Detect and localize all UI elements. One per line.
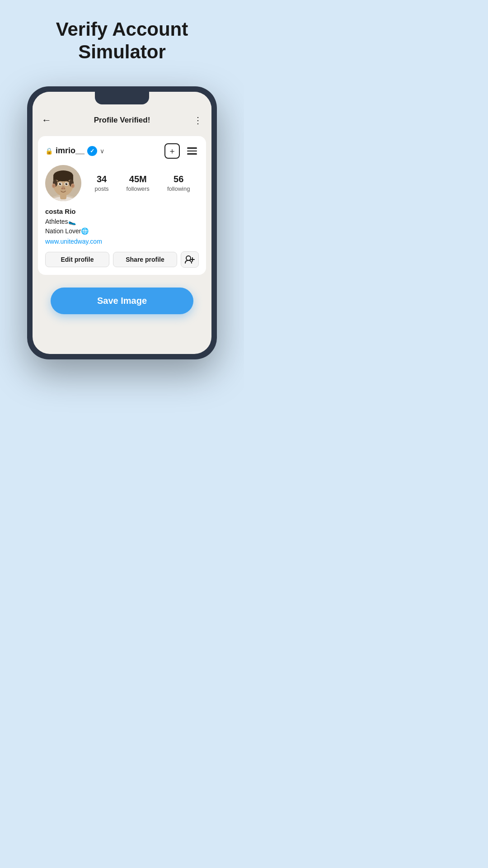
svg-point-16	[59, 183, 61, 185]
share-profile-button[interactable]: Share profile	[113, 252, 177, 267]
stats-container: 34 posts 45M followers 56 following	[86, 174, 199, 192]
profile-card: 🔒 imrio__ ✓ ∨ ＋	[38, 136, 206, 275]
page-title: Verify Account Simulator	[56, 18, 188, 64]
add-person-button[interactable]	[181, 251, 199, 268]
svg-point-23	[61, 190, 61, 190]
dropdown-arrow-icon[interactable]: ∨	[100, 147, 104, 155]
svg-point-22	[64, 188, 66, 189]
followers-count: 45M	[129, 174, 147, 184]
svg-point-26	[65, 190, 66, 190]
save-image-section: Save Image	[33, 278, 211, 328]
lock-icon: 🔒	[45, 147, 53, 155]
svg-point-27	[61, 191, 61, 192]
following-label: following	[167, 185, 190, 192]
phone-mockup: ← Profile Verified! ⋮ 🔒 imrio__ ✓ ∨ ＋	[27, 86, 217, 359]
phone-screen: ← Profile Verified! ⋮ 🔒 imrio__ ✓ ∨ ＋	[33, 92, 211, 354]
followers-label: followers	[127, 185, 150, 192]
username-text: imrio__	[56, 146, 84, 156]
more-options-button[interactable]: ⋮	[186, 115, 202, 126]
svg-point-5	[53, 170, 73, 181]
screen-title: Profile Verified!	[94, 116, 150, 125]
username-left: 🔒 imrio__ ✓ ∨	[45, 146, 104, 156]
verified-badge: ✓	[87, 146, 97, 156]
stat-posts[interactable]: 34 posts	[95, 174, 109, 192]
following-count: 56	[174, 174, 183, 184]
bio-name: costa Rio	[45, 208, 199, 215]
bio-link[interactable]: www.unitedway.com	[45, 238, 199, 245]
bio-section: costa Rio Athletes🥿 Nation Lover🌐 www.un…	[45, 208, 199, 245]
menu-line-1	[187, 147, 197, 149]
bio-line2: Nation Lover🌐	[45, 226, 199, 236]
svg-point-24	[62, 190, 62, 191]
svg-point-29	[186, 256, 191, 260]
svg-point-28	[65, 191, 65, 192]
avatar	[45, 165, 81, 201]
add-post-button[interactable]: ＋	[164, 143, 180, 159]
bio-line1: Athletes🥿	[45, 217, 199, 226]
svg-point-21	[61, 188, 63, 189]
stat-following[interactable]: 56 following	[167, 174, 190, 192]
svg-point-17	[66, 183, 68, 185]
hamburger-menu-button[interactable]	[185, 146, 199, 156]
action-buttons: Edit profile Share profile	[45, 251, 199, 268]
svg-point-18	[60, 183, 61, 184]
edit-profile-button[interactable]: Edit profile	[45, 252, 109, 267]
svg-point-19	[66, 183, 67, 184]
save-image-button[interactable]: Save Image	[51, 288, 193, 314]
phone-notch	[95, 92, 149, 104]
back-button[interactable]: ←	[42, 114, 58, 126]
svg-point-12	[53, 184, 55, 187]
posts-label: posts	[95, 185, 109, 192]
username-right: ＋	[164, 143, 199, 159]
menu-line-3	[187, 153, 197, 155]
menu-line-2	[187, 151, 197, 152]
username-row: 🔒 imrio__ ✓ ∨ ＋	[45, 143, 199, 159]
svg-point-13	[72, 184, 74, 187]
svg-point-25	[64, 190, 64, 191]
profile-stats-row: 34 posts 45M followers 56 following	[45, 165, 199, 201]
posts-count: 34	[97, 174, 107, 184]
stat-followers[interactable]: 45M followers	[127, 174, 150, 192]
